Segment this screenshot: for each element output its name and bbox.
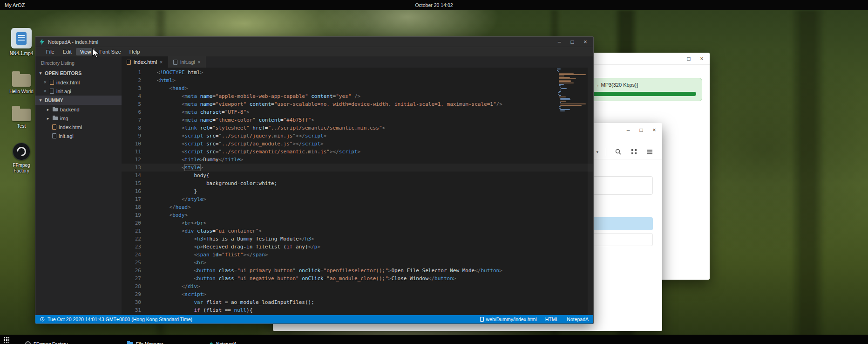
code-line[interactable]: 5 <meta name="viewport" content="user-sc… — [122, 100, 593, 108]
line-number: 25 — [122, 259, 151, 267]
taskbar-app-notepada[interactable]: NotepadA — [206, 339, 239, 344]
close-button[interactable]: × — [582, 39, 589, 45]
notepad-body: Directory Listing ▾ OPEN EDITORS ×index.… — [35, 56, 593, 315]
code-line[interactable]: 29 <script> — [122, 290, 593, 298]
close-icon[interactable]: × — [198, 60, 201, 65]
code-line[interactable]: 27 <button class="ui negative button" on… — [122, 275, 593, 282]
status-language[interactable]: HTML — [545, 316, 559, 322]
close-icon[interactable]: × — [43, 80, 47, 85]
code-line[interactable]: 1<!DOCTYPE html> — [122, 69, 593, 76]
grid-view-icon[interactable] — [630, 148, 638, 156]
tree-folder-item[interactable]: ▸img — [35, 114, 122, 123]
code-line[interactable]: 3 <head> — [122, 84, 593, 92]
code-line[interactable]: 19 <body> — [122, 211, 593, 219]
code-line[interactable]: 7 <meta name="theme-color" content="#4b7… — [122, 116, 593, 124]
caret-down-icon: ▾ — [596, 150, 598, 154]
menu-item-view[interactable]: View — [76, 48, 95, 55]
line-number: 19 — [122, 211, 151, 219]
taskbar-app-file-manager[interactable]: File Manager — [124, 339, 166, 344]
status-app-name[interactable]: NotepadA — [567, 316, 589, 322]
notepad-window[interactable]: NotepadA - index.html – □ × FileEditView… — [35, 36, 594, 324]
chevron-down-icon: ▾ — [38, 98, 43, 103]
workspace-folder-section[interactable]: ▾ DUMMY — [35, 96, 122, 105]
open-editor-item[interactable]: ×index.html — [35, 78, 122, 87]
close-icon[interactable]: × — [160, 60, 163, 65]
code-line[interactable]: 9 <script src="../script/jquery.min.js">… — [122, 132, 593, 140]
file-icon — [52, 124, 56, 130]
code-line[interactable]: 30 var flist = ao_module_loadInputFiles(… — [122, 298, 593, 306]
code-line[interactable]: 15 background-color:white; — [122, 179, 593, 187]
line-number: 3 — [122, 84, 151, 92]
code-line[interactable]: 11 <script src="../script/semantic/seman… — [122, 148, 593, 156]
minimize-button[interactable]: – — [625, 127, 631, 133]
menu-item-help[interactable]: Help — [125, 48, 144, 55]
editor-tab-init.agi[interactable]: init.agi× — [168, 56, 206, 68]
menu-item-file[interactable]: File — [42, 48, 59, 55]
close-button[interactable]: × — [698, 56, 705, 62]
minimap[interactable] — [556, 69, 587, 112]
code-line[interactable]: 24 <span id="flist"></span> — [122, 251, 593, 259]
code-line[interactable]: 12 <title>Dummy</title> — [122, 156, 593, 164]
menu-item-edit[interactable]: Edit — [59, 48, 76, 55]
code-line[interactable]: 28 </div> — [122, 282, 593, 290]
editor-scrollbar[interactable] — [588, 68, 593, 315]
list-view-icon[interactable] — [645, 148, 654, 156]
desktop-icon-nn4-1-mp4[interactable]: NN4.1.mp4 — [5, 28, 38, 56]
tree-file-item[interactable]: init.agi — [35, 131, 122, 140]
system-brand[interactable]: My ArOZ — [5, 2, 25, 8]
explorer-sidebar: Directory Listing ▾ OPEN EDITORS ×index.… — [35, 56, 122, 315]
code-area[interactable]: 1<!DOCTYPE html>2<html>3 <head>4 <meta n… — [122, 68, 593, 314]
tree-file-item[interactable]: index.html — [35, 123, 122, 131]
code-line[interactable]: 14 body{ — [122, 172, 593, 179]
code-line[interactable]: 23 <p>Received drag-in filelist (if any)… — [122, 243, 593, 251]
maximize-button[interactable]: □ — [638, 127, 644, 133]
code-line[interactable]: 25 <br> — [122, 259, 593, 267]
code-editor[interactable]: index.html×init.agi× 1<!DOCTYPE html>2<h… — [122, 56, 593, 315]
code-text: <html> — [151, 76, 176, 84]
editor-tab-index.html[interactable]: index.html× — [122, 56, 168, 68]
code-line[interactable]: 10 <script src="../script/ao_module.js">… — [122, 140, 593, 148]
minimap-line — [559, 81, 570, 82]
close-button[interactable]: × — [651, 127, 658, 133]
start-button[interactable] — [0, 335, 12, 344]
code-line[interactable]: 13 <style> — [122, 164, 593, 172]
code-text: </head> — [151, 203, 191, 211]
code-line[interactable]: 21 <div class="ui container"> — [122, 227, 593, 235]
line-number: 7 — [122, 116, 151, 124]
desktop-icon-hello-world[interactable]: Hello World — [5, 70, 38, 95]
system-top-bar: My ArOZ October 20 14:02 — [0, 0, 868, 10]
minimap-line — [559, 96, 565, 97]
open-editor-item[interactable]: ×init.agi — [35, 87, 122, 96]
desktop-icon-ffmpeg-factory[interactable]: FFmpeg Factory — [5, 143, 38, 174]
taskbar-app-ffmpeg-factory[interactable]: FFmpeg Factory — [22, 339, 70, 344]
open-editors-section[interactable]: ▾ OPEN EDITORS — [35, 69, 122, 78]
code-line[interactable]: 4 <meta name="apple-mobile-web-app-capab… — [122, 92, 593, 100]
status-file-path[interactable]: web/Dummy/index.html — [480, 316, 537, 322]
code-line[interactable]: 2<html> — [122, 76, 593, 84]
code-line[interactable]: 17 </style> — [122, 195, 593, 203]
line-number: 27 — [122, 275, 151, 282]
code-line[interactable]: 18 </head> — [122, 203, 593, 211]
code-text: <script src="../script/semantic/semantic… — [151, 148, 360, 156]
search-icon[interactable] — [614, 148, 622, 156]
file-icon — [127, 60, 131, 65]
minimize-button[interactable]: – — [556, 39, 563, 45]
code-line[interactable]: 6 <meta charset="UTF-8"> — [122, 108, 593, 116]
code-line[interactable]: 26 <button class="ui primary button" onc… — [122, 267, 593, 275]
minimap-line — [560, 87, 562, 88]
code-line[interactable]: 16 } — [122, 187, 593, 195]
close-icon[interactable]: × — [43, 89, 47, 94]
notepad-titlebar[interactable]: NotepadA - index.html – □ × — [35, 37, 593, 47]
code-line[interactable]: 22 <h3>This is a Dummy Testing Module</h… — [122, 235, 593, 243]
minimize-button[interactable]: – — [672, 56, 679, 62]
desktop-icon-test[interactable]: Test — [5, 104, 38, 129]
code-line[interactable]: 20 <br><br> — [122, 219, 593, 227]
code-line[interactable]: 31 if (flist == null){ — [122, 306, 593, 314]
menu-item-font-size[interactable]: Font Size — [95, 48, 125, 55]
tree-folder-item[interactable]: ▸backend — [35, 105, 122, 114]
maximize-button[interactable]: □ — [569, 39, 576, 45]
workspace-folder-label: DUMMY — [45, 97, 63, 103]
file-name: init.agi — [56, 89, 71, 94]
maximize-button[interactable]: □ — [685, 56, 692, 62]
code-line[interactable]: 8 <link rel="stylesheet" href="../script… — [122, 124, 593, 132]
